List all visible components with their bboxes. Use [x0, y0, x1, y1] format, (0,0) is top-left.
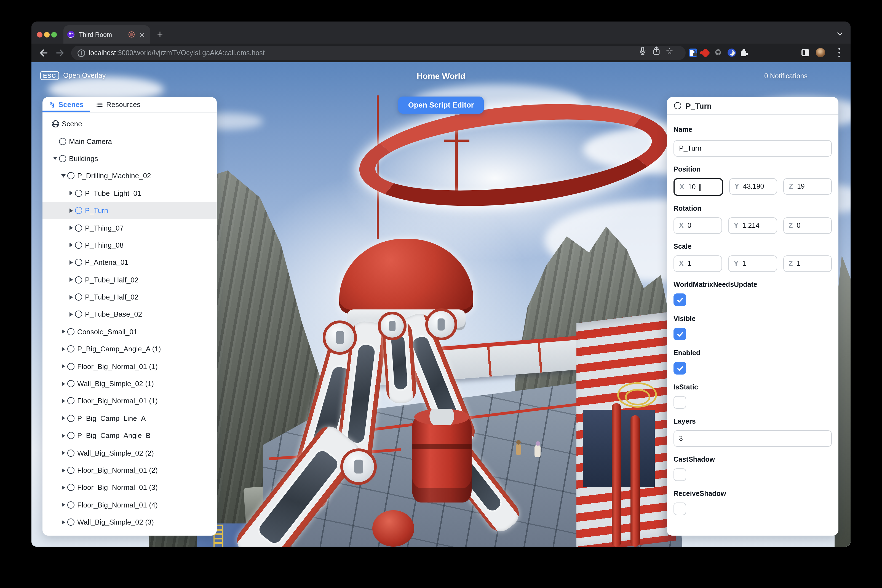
caret-icon[interactable]	[60, 346, 67, 353]
tree-item[interactable]: P_Tube_Half_02	[42, 288, 217, 306]
scale-z-input[interactable]: Z1	[783, 255, 832, 272]
tree-item[interactable]: P_Drilling_Machine_02	[42, 167, 217, 184]
caret-icon[interactable]	[60, 380, 67, 387]
third-room-favicon-icon	[67, 31, 75, 38]
node-circle-icon	[674, 102, 682, 110]
caret-icon[interactable]	[60, 363, 67, 370]
checkbox[interactable]	[674, 328, 686, 340]
tree-item[interactable]: P_Tube_Light_01	[42, 184, 217, 202]
caret-icon[interactable]	[60, 519, 67, 526]
tree-item-label: Floor_Big_Normal_01 (2)	[77, 466, 158, 474]
dark-mode-extension-icon[interactable]	[728, 48, 736, 57]
rotation-x-input[interactable]: X0	[674, 218, 722, 234]
tree-item[interactable]: Buildings	[42, 150, 217, 167]
tree-item[interactable]: P_Tube_Half_02	[42, 271, 217, 288]
caret-icon[interactable]	[60, 328, 67, 335]
site-info-icon[interactable]	[77, 49, 86, 57]
position-z-input[interactable]: Z19	[783, 178, 832, 195]
scale-y-input[interactable]: Y1	[728, 255, 777, 272]
tab-close-icon[interactable]	[139, 31, 146, 38]
menu-kebab-icon[interactable]	[838, 48, 841, 57]
side-panel-icon[interactable]	[801, 49, 809, 56]
window-zoom-button[interactable]	[51, 32, 57, 37]
caret-icon[interactable]	[60, 172, 67, 180]
window-close-button[interactable]	[37, 32, 42, 37]
new-tab-button[interactable]: +	[153, 28, 166, 41]
layers-input[interactable]: 3	[674, 430, 832, 447]
tree-item[interactable]: P_Tube_Base_02	[42, 306, 217, 323]
tree-item[interactable]: Floor_Big_Normal_01 (3)	[42, 479, 217, 496]
rotation-y-input[interactable]: Y1.214	[728, 218, 777, 234]
recycle-extension-icon[interactable]: ♻	[714, 48, 722, 56]
bookmark-star-icon[interactable]: ☆	[666, 47, 675, 56]
caret-icon[interactable]	[60, 432, 67, 439]
caret-icon[interactable]	[67, 294, 75, 301]
rotation-z-input[interactable]: Z0	[783, 218, 832, 234]
tree-item[interactable]: P_Thing_07	[42, 219, 217, 237]
name-input[interactable]: P_Turn	[674, 140, 832, 157]
address-bar[interactable]: localhost:3000/world/!vjrzmTVOcyIsLgaAkA…	[71, 46, 686, 60]
open-script-editor-button[interactable]: Open Script Editor	[398, 96, 484, 114]
tree-item-label: P_Drilling_Machine_02	[77, 172, 151, 180]
scale-x-input[interactable]: X1	[674, 255, 722, 272]
tree-item[interactable]: P_Antena_01	[42, 254, 217, 271]
profile-avatar[interactable]	[816, 48, 825, 57]
tree-item[interactable]: P_Big_Camp_Line_A	[42, 410, 217, 427]
position-y-input[interactable]: Y43.190	[729, 178, 777, 195]
caret-icon[interactable]	[60, 466, 67, 474]
position-x-input[interactable]: X10	[674, 178, 723, 196]
caret-icon[interactable]	[67, 207, 75, 214]
tree-item[interactable]: P_Big_Camp_Angle_A (1)	[42, 340, 217, 358]
caret-icon[interactable]	[67, 276, 75, 283]
password-manager-extension-icon[interactable]	[689, 48, 697, 57]
notifications-label[interactable]: 0 Notifications	[764, 72, 807, 80]
tree-item[interactable]: Main Camera	[42, 133, 217, 150]
extensions-puzzle-icon[interactable]	[741, 49, 748, 56]
tree-item[interactable]: P_Turn	[42, 202, 217, 219]
node-circle-icon	[75, 293, 83, 301]
caret-icon[interactable]	[60, 398, 67, 405]
browser-tab[interactable]: Third Room	[63, 26, 150, 44]
caret-icon[interactable]	[67, 242, 75, 249]
caret-icon[interactable]	[51, 155, 58, 162]
checkbox[interactable]	[674, 294, 686, 306]
tree-item[interactable]: Floor_Big_Normal_01 (4)	[42, 496, 217, 513]
rope-coil	[625, 389, 650, 405]
caret-icon[interactable]	[51, 138, 58, 145]
mic-icon[interactable]	[638, 46, 647, 55]
share-icon[interactable]	[652, 46, 661, 55]
tree-item[interactable]: P_Thing_08	[42, 236, 217, 254]
world-title: Home World	[32, 71, 850, 81]
caret-icon[interactable]	[60, 415, 67, 422]
tree-item[interactable]: Floor_Big_Normal_01 (2)	[42, 462, 217, 479]
back-icon[interactable]	[38, 47, 49, 58]
rotation-fields: X0 Y1.214 Z0	[674, 218, 832, 234]
checkbox[interactable]	[674, 396, 686, 409]
tab-scenes[interactable]: Scenes	[42, 97, 90, 112]
caret-icon[interactable]	[60, 484, 67, 491]
caret-icon[interactable]	[67, 311, 75, 318]
forward-icon[interactable]	[55, 47, 66, 58]
tab-resources[interactable]: Resources	[90, 97, 147, 112]
caret-icon[interactable]	[60, 449, 67, 456]
boolean-property: Enabled	[674, 349, 832, 375]
viewport-3d-scene[interactable]: ESC Open Overlay Home World 0 Notificati…	[32, 62, 850, 547]
caret-icon[interactable]	[60, 501, 67, 508]
tree-item[interactable]: Scene	[42, 115, 217, 133]
caret-icon[interactable]	[67, 224, 75, 231]
tree-item[interactable]: Console_Small_01	[42, 323, 217, 340]
tree-item[interactable]: Wall_Big_Simple_02 (2)	[42, 444, 217, 462]
window-minimize-button[interactable]	[44, 32, 50, 37]
checkbox[interactable]	[674, 362, 686, 375]
tree-item[interactable]: Wall_Big_Simple_02 (1)	[42, 375, 217, 393]
node-circle-icon	[67, 362, 75, 370]
tree-item[interactable]: P_Big_Camp_Angle_B	[42, 427, 217, 444]
caret-icon[interactable]	[67, 259, 75, 266]
checkbox[interactable]	[674, 468, 686, 481]
tree-item[interactable]: Wall_Big_Simple_02 (3)	[42, 513, 217, 531]
tree-item[interactable]: Floor_Big_Normal_01 (1)	[42, 358, 217, 375]
tab-search-chevron-icon[interactable]	[836, 30, 843, 38]
caret-icon[interactable]	[67, 190, 75, 197]
tree-item[interactable]: Floor_Big_Normal_01 (1)	[42, 393, 217, 410]
checkbox[interactable]	[674, 502, 686, 515]
